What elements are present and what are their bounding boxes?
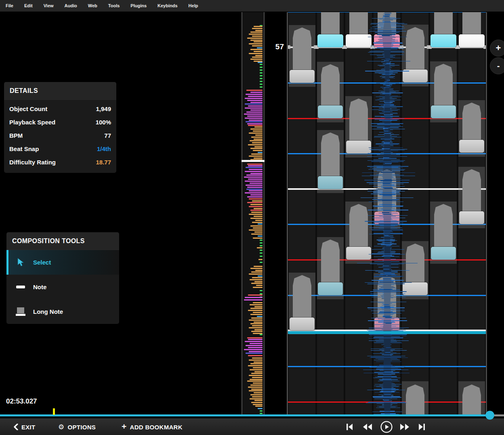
minimap-bar (247, 202, 262, 203)
long-note-cap[interactable] (290, 70, 315, 83)
minimap-bar (254, 306, 262, 307)
menu-item-audio[interactable]: Audio (65, 3, 77, 8)
skip-start-button[interactable] (345, 423, 354, 431)
long-note-arrow[interactable] (462, 103, 481, 142)
receptor-note-cap[interactable] (459, 34, 485, 47)
minimap-bar (250, 140, 262, 141)
minimap-bar (252, 325, 262, 326)
menu-item-plugins[interactable]: Plugins (130, 3, 147, 8)
held-note-body[interactable] (434, 12, 453, 34)
long-note-arrow[interactable] (293, 275, 311, 320)
seek-bookmark-tick[interactable] (53, 408, 55, 415)
minimap-bar (250, 109, 262, 111)
menu-item-tools[interactable]: Tools (108, 3, 120, 8)
long-note-cap[interactable] (459, 140, 484, 153)
long-note-cap[interactable] (431, 247, 456, 260)
minimap-bar (254, 41, 262, 42)
minimap-bar (249, 273, 262, 275)
minimap-bar (252, 28, 262, 29)
long-note-arrow[interactable] (434, 204, 453, 249)
long-note-arrow[interactable] (462, 169, 481, 214)
add-bookmark-label: ADD BOOKMARK (130, 424, 183, 431)
minimap-bar (252, 45, 262, 46)
minimap-bar (252, 222, 262, 223)
long-note-arrow[interactable] (462, 385, 481, 415)
note-icon (15, 286, 26, 288)
held-note-body[interactable] (321, 12, 340, 34)
menu-item-keybinds[interactable]: Keybinds (158, 3, 178, 8)
menu-item-file[interactable]: File (6, 3, 13, 8)
zoom-out-button[interactable]: - (490, 57, 504, 74)
fast-forward-button[interactable] (399, 423, 410, 431)
receptor-note-cap[interactable] (317, 34, 343, 47)
minimap-bar (258, 62, 262, 63)
minimap-bar (250, 183, 262, 184)
play-button[interactable] (380, 421, 393, 433)
minimap-bar (254, 216, 262, 217)
minimap-bar (248, 355, 262, 356)
minimap-bar (252, 377, 262, 378)
minimap-bar (250, 394, 262, 395)
minimap-bar (254, 126, 262, 128)
minimap-bar (249, 206, 262, 207)
receptor-note-cap[interactable] (430, 34, 456, 47)
minimap-bar (254, 322, 262, 323)
exit-button[interactable]: EXIT (13, 418, 36, 435)
minimap-bar (250, 343, 262, 344)
minimap-bar (254, 329, 262, 330)
minimap-bar (249, 198, 262, 200)
long-note-icon (15, 307, 26, 316)
menu-item-web[interactable]: Web (88, 3, 97, 8)
options-button[interactable]: ⚙ OPTIONS (58, 418, 96, 435)
long-note-arrow[interactable] (434, 64, 453, 108)
seek-bar[interactable] (0, 414, 504, 416)
minimap-bar (258, 408, 262, 409)
long-note-cap[interactable] (431, 105, 456, 118)
editor-playfield[interactable] (287, 12, 487, 416)
density-minimap[interactable] (242, 12, 265, 416)
minimap-bar (260, 245, 262, 246)
tool-select[interactable]: Select (6, 250, 119, 275)
menu-item-view[interactable]: View (44, 3, 54, 8)
minimap-bar (260, 256, 262, 257)
minimap-bar (254, 139, 262, 140)
zoom-in-button[interactable]: + (490, 40, 504, 57)
detail-label: Difficulty Rating (9, 159, 56, 166)
held-note-body[interactable] (462, 12, 481, 34)
seek-handle[interactable] (485, 411, 494, 420)
minimap-bar (245, 103, 262, 105)
minimap-position-marker[interactable] (242, 160, 265, 162)
minimap-bar (246, 353, 262, 354)
long-note-cap[interactable] (290, 317, 315, 330)
minimap-bar (257, 316, 262, 317)
detail-value: 1,949 (96, 105, 111, 112)
add-bookmark-button[interactable]: + ADD BOOKMARK (122, 418, 183, 435)
long-note-cap[interactable] (459, 211, 484, 224)
minimap-bar (247, 337, 262, 338)
minimap-bar (249, 214, 262, 215)
tool-long-note[interactable]: Long Note (6, 299, 119, 324)
long-note-cap[interactable] (318, 176, 343, 189)
tool-note[interactable]: Note (6, 275, 119, 299)
minimap-bar (255, 220, 262, 221)
minimap-bar (250, 308, 262, 309)
long-note-cap[interactable] (318, 282, 343, 295)
minimap-bar (250, 323, 262, 324)
skip-end-button[interactable] (417, 423, 426, 431)
long-note-arrow[interactable] (321, 240, 340, 285)
menu-item-help[interactable]: Help (189, 3, 198, 8)
bottom-toolbar: EXIT ⚙ OPTIONS + ADD BOOKMARK (0, 418, 504, 435)
minimap-bar (253, 150, 262, 151)
tool-label: Long Note (33, 308, 63, 315)
long-note-cap[interactable] (318, 105, 343, 118)
long-note-arrow[interactable] (293, 27, 311, 72)
detail-label: Beat Snap (9, 145, 39, 152)
minimap-bar (250, 225, 262, 227)
long-note-arrow[interactable] (321, 64, 340, 108)
minimap-bar (250, 32, 262, 33)
long-note-arrow[interactable] (321, 132, 340, 179)
menu-item-edit[interactable]: Edit (24, 3, 33, 8)
minimap-bar (246, 345, 262, 346)
bookmark-line[interactable] (288, 331, 486, 334)
rewind-button[interactable] (362, 423, 373, 431)
